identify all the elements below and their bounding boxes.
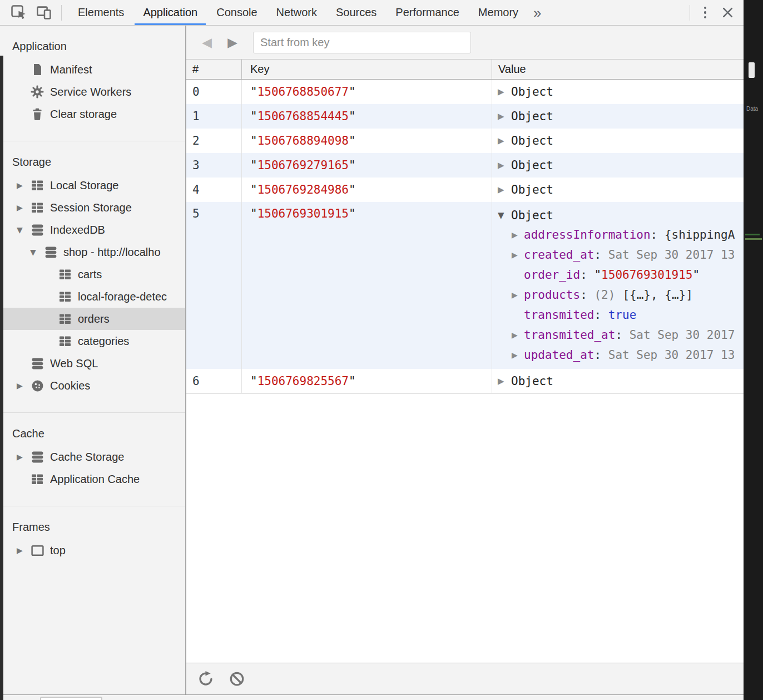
expand-arrow-icon[interactable]: ▶ [512,230,524,239]
table-icon [58,312,72,326]
expand-arrow-icon[interactable]: ▶ [498,136,511,146]
tab-console[interactable]: Console [207,0,266,25]
devtools-window: Data Elements Application Console Networ… [0,0,763,700]
row-index: 0 [186,80,242,104]
expand-arrow-icon[interactable]: ▶ [512,351,524,359]
row-key: 1506768854445 [242,104,492,129]
table-row[interactable]: 2 1506768894098 ▶Object [186,129,744,153]
row-value: ▶Object [492,178,744,202]
row-value: ▶Object [492,153,744,178]
gear-icon [30,85,44,99]
row-key: 1506768850677 [242,80,492,104]
column-header-key[interactable]: Key [242,60,492,79]
tab-application[interactable]: Application [133,0,207,25]
page-back-button[interactable]: ◀ [199,35,215,50]
property-row-transmited-at[interactable]: ▶ transmited_at Sat Sep 30 2017 [498,325,744,345]
table-row-expanded[interactable]: 5 1506769301915 ▼Object ▶ addressInforma… [186,202,744,369]
page-forward-button[interactable]: ▶ [224,35,241,50]
expand-arrow-icon[interactable]: ▶ [512,250,524,259]
more-tabs-button[interactable]: » [528,1,547,24]
row-key: 1506769284986 [242,178,492,202]
tabbar-controls [683,3,744,22]
row-value: ▶Object [492,80,744,104]
row-value: ▶Object [492,369,744,393]
expand-arrow-icon[interactable]: ▶ [498,185,511,195]
toolbar-divider [690,5,690,21]
device-toolbar-icon[interactable] [34,3,54,23]
table-icon [30,200,44,215]
database-icon [43,245,58,259]
chevron-right-icon: ▶ [17,546,30,555]
section-title-cache: Cache [3,427,185,440]
sidebar-item-top-frame[interactable]: ▶ top [3,539,185,561]
property-row-order-id: order_id 1506769301915 [498,265,744,285]
section-cache: Cache ▶ Cache Storage [3,413,185,506]
table-row[interactable]: 3 1506769279165 ▶Object [186,153,744,178]
trash-icon [30,107,44,121]
expand-arrow-icon[interactable]: ▶ [512,331,524,339]
background-window-fragment [749,62,755,78]
property-row-products[interactable]: ▶ products (2) [{…}, {…}] [498,285,744,305]
clear-object-store-button[interactable] [228,670,246,688]
object-root[interactable]: ▼Object [498,206,744,225]
section-storage: Storage ▶ Local Storage ▶ [3,141,185,413]
column-header-value[interactable]: Value [492,60,744,79]
sidebar-item-carts-store[interactable]: carts [3,263,185,285]
table-row[interactable]: 6 1506769825567 ▶Object [186,369,744,393]
expand-arrow-icon[interactable]: ▶ [498,160,511,170]
row-index: 1 [186,104,242,129]
sidebar-item-local-forage-store[interactable]: local-forage-detec [3,285,185,308]
sidebar-item-manifest[interactable]: Manifest [3,58,185,81]
frame-icon [30,543,44,558]
application-sidebar: Application Manifest [3,26,186,694]
row-index: 6 [186,369,242,393]
sidebar-item-cache-storage[interactable]: ▶ Cache Storage [3,446,185,468]
expand-arrow-icon[interactable]: ▶ [498,87,511,97]
expand-arrow-icon[interactable]: ▶ [498,111,511,121]
sidebar-item-application-cache[interactable]: Application Cache [3,468,185,490]
sidebar-item-orders-store[interactable]: orders [3,308,185,330]
tab-sources[interactable]: Sources [326,0,386,25]
property-row-addressInformation[interactable]: ▶ addressInformation {shippingA [498,225,744,245]
table-icon [30,178,44,193]
sidebar-item-categories-store[interactable]: categories [3,330,185,352]
table-row[interactable]: 0 1506768850677 ▶Object [186,80,744,104]
column-header-index[interactable]: # [186,60,242,79]
expand-arrow-icon[interactable]: ▶ [512,290,524,299]
close-icon [721,6,734,19]
sidebar-item-local-storage[interactable]: ▶ Local Storage [3,174,185,196]
tab-memory[interactable]: Memory [469,0,528,25]
sidebar-item-session-storage[interactable]: ▶ Session Storage [3,196,185,219]
inspect-element-icon[interactable] [9,3,29,23]
sidebar-item-cookies[interactable]: ▶ Cookies [3,374,185,397]
table-icon [58,267,72,282]
drawer-tab-fragment [40,697,102,700]
table-icon [30,472,44,486]
refresh-button[interactable] [197,670,215,688]
table-row[interactable]: 1 1506768854445 ▶Object [186,104,744,129]
tab-elements[interactable]: Elements [68,0,133,25]
sidebar-item-service-workers[interactable]: Service Workers [3,81,185,103]
chevron-right-icon: ▶ [17,203,30,212]
document-icon [30,62,44,77]
sidebar-item-web-sql[interactable]: Web SQL [3,352,185,374]
background-text: Data [746,106,758,112]
tab-performance[interactable]: Performance [386,0,469,25]
table-row[interactable]: 4 1506769284986 ▶Object [186,178,744,202]
row-index: 3 [186,153,242,178]
sidebar-item-clear-storage[interactable]: Clear storage [3,103,185,125]
table-icon [58,289,72,304]
devtools-menu-button[interactable] [697,3,714,22]
collapse-arrow-icon[interactable]: ▼ [498,210,511,220]
start-from-key-input[interactable] [253,32,471,53]
property-row-updated-at[interactable]: ▶ updated_at Sat Sep 30 2017 13 [498,345,744,365]
property-row-created-at[interactable]: ▶ created_at Sat Sep 30 2017 13 [498,245,744,265]
idb-toolbar: ◀ ▶ [186,26,744,60]
expand-arrow-icon[interactable]: ▶ [498,376,511,386]
sidebar-item-shop-database[interactable]: ▼ shop - http://localho [3,241,185,263]
idb-bottom-toolbar [186,663,744,694]
tab-network[interactable]: Network [267,0,326,25]
close-devtools-button[interactable] [718,3,737,22]
section-frames: Frames ▶ top [3,506,185,577]
sidebar-item-indexeddb[interactable]: ▼ IndexedDB [3,219,185,241]
